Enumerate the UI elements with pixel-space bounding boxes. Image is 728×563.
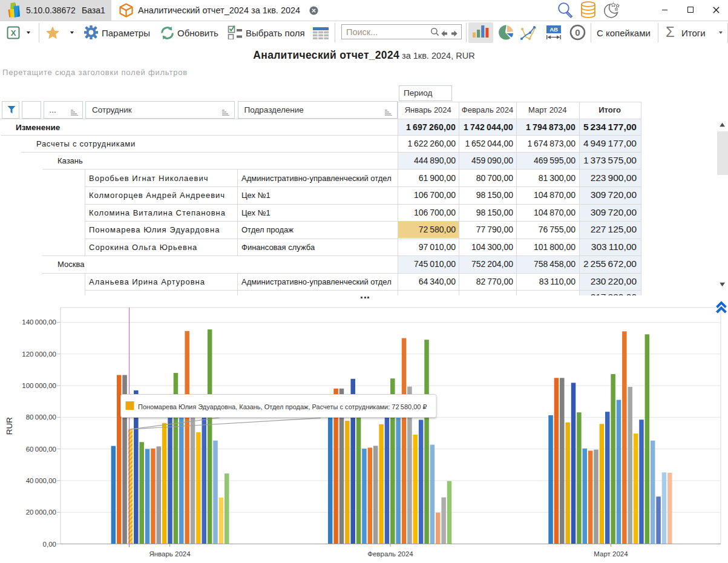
svg-text:80 000,00: 80 000,00 <box>26 413 56 421</box>
svg-text:AB: AB <box>549 26 558 33</box>
svg-text:X: X <box>11 28 16 38</box>
svg-text:100 000,00: 100 000,00 <box>22 382 56 389</box>
svg-text:Март 2024: Март 2024 <box>594 550 628 558</box>
svg-text:Январь 2024: Январь 2024 <box>149 550 191 558</box>
svg-text:40 000,00: 40 000,00 <box>26 477 56 484</box>
svg-text:140 000,00: 140 000,00 <box>22 318 56 326</box>
svg-text:60 000,00: 60 000,00 <box>26 446 56 453</box>
svg-text:120 000,00: 120 000,00 <box>22 351 56 358</box>
svg-text:0,00: 0,00 <box>43 541 56 548</box>
svg-text:Февраль 2024: Февраль 2024 <box>367 550 413 558</box>
svg-text:Пономарева Юлия Эдуардовна, Ка: Пономарева Юлия Эдуардовна, Казань, Отде… <box>138 403 427 410</box>
svg-text:0: 0 <box>575 27 580 38</box>
svg-text:RUR: RUR <box>5 417 14 435</box>
svg-text:20 000,00: 20 000,00 <box>26 509 56 516</box>
